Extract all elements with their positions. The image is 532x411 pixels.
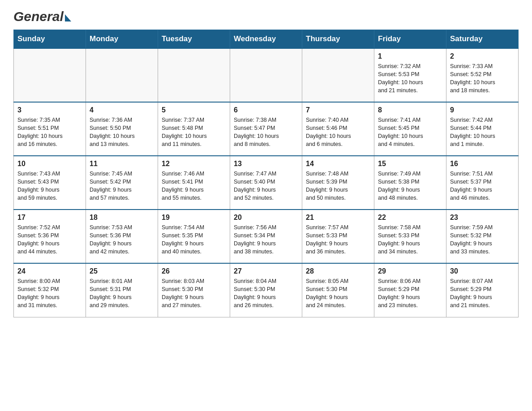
day-info: Sunrise: 7:53 AM Sunset: 5:36 PM Dayligh… xyxy=(90,223,154,256)
logo-arrow-icon xyxy=(65,14,71,21)
day-info: Sunrise: 7:48 AM Sunset: 5:39 PM Dayligh… xyxy=(306,170,370,202)
day-number: 4 xyxy=(90,106,154,114)
weekday-header-thursday: Thursday xyxy=(302,30,374,49)
calendar-cell: 6Sunrise: 7:38 AM Sunset: 5:47 PM Daylig… xyxy=(230,102,302,156)
day-info: Sunrise: 7:32 AM Sunset: 5:53 PM Dayligh… xyxy=(378,62,442,95)
calendar-cell: 7Sunrise: 7:40 AM Sunset: 5:46 PM Daylig… xyxy=(302,102,374,156)
weekday-header-wednesday: Wednesday xyxy=(230,30,302,49)
day-number: 11 xyxy=(90,160,154,168)
week-row-1: 1Sunrise: 7:32 AM Sunset: 5:53 PM Daylig… xyxy=(14,48,519,102)
day-number: 29 xyxy=(378,267,442,275)
day-number: 26 xyxy=(162,267,226,275)
day-number: 17 xyxy=(17,214,82,222)
weekday-header-sunday: Sunday xyxy=(14,30,86,49)
day-info: Sunrise: 7:46 AM Sunset: 5:41 PM Dayligh… xyxy=(162,170,226,202)
weekday-header-friday: Friday xyxy=(374,30,446,49)
day-number: 2 xyxy=(450,52,515,60)
day-number: 27 xyxy=(234,267,298,275)
calendar-cell: 14Sunrise: 7:48 AM Sunset: 5:39 PM Dayli… xyxy=(302,156,374,210)
day-number: 14 xyxy=(306,160,370,168)
weekday-header-tuesday: Tuesday xyxy=(158,30,230,49)
day-info: Sunrise: 7:51 AM Sunset: 5:37 PM Dayligh… xyxy=(450,170,515,202)
calendar-cell: 10Sunrise: 7:43 AM Sunset: 5:43 PM Dayli… xyxy=(14,156,86,210)
calendar-cell xyxy=(14,48,86,102)
day-info: Sunrise: 7:49 AM Sunset: 5:38 PM Dayligh… xyxy=(378,170,442,202)
day-number: 5 xyxy=(162,106,226,114)
day-info: Sunrise: 7:40 AM Sunset: 5:46 PM Dayligh… xyxy=(306,116,370,149)
calendar-cell: 20Sunrise: 7:56 AM Sunset: 5:34 PM Dayli… xyxy=(230,210,302,263)
calendar-cell: 29Sunrise: 8:06 AM Sunset: 5:29 PM Dayli… xyxy=(374,263,446,317)
calendar-cell: 12Sunrise: 7:46 AM Sunset: 5:41 PM Dayli… xyxy=(158,156,230,210)
day-number: 21 xyxy=(306,214,370,222)
calendar-cell xyxy=(158,48,230,102)
calendar-cell: 8Sunrise: 7:41 AM Sunset: 5:45 PM Daylig… xyxy=(374,102,446,156)
calendar-cell: 21Sunrise: 7:57 AM Sunset: 5:33 PM Dayli… xyxy=(302,210,374,263)
calendar-cell: 1Sunrise: 7:32 AM Sunset: 5:53 PM Daylig… xyxy=(374,48,446,102)
day-info: Sunrise: 8:04 AM Sunset: 5:30 PM Dayligh… xyxy=(234,277,298,310)
day-number: 22 xyxy=(378,214,442,222)
logo: G eneral xyxy=(13,9,71,21)
calendar-cell: 26Sunrise: 8:03 AM Sunset: 5:30 PM Dayli… xyxy=(158,263,230,317)
weekday-header-saturday: Saturday xyxy=(446,30,519,49)
day-info: Sunrise: 8:01 AM Sunset: 5:31 PM Dayligh… xyxy=(90,277,154,310)
calendar-cell: 28Sunrise: 8:05 AM Sunset: 5:30 PM Dayli… xyxy=(302,263,374,317)
day-info: Sunrise: 7:47 AM Sunset: 5:40 PM Dayligh… xyxy=(234,170,298,202)
calendar-cell: 15Sunrise: 7:49 AM Sunset: 5:38 PM Dayli… xyxy=(374,156,446,210)
week-row-4: 17Sunrise: 7:52 AM Sunset: 5:36 PM Dayli… xyxy=(14,210,519,263)
week-row-2: 3Sunrise: 7:35 AM Sunset: 5:51 PM Daylig… xyxy=(14,102,519,156)
day-info: Sunrise: 7:33 AM Sunset: 5:52 PM Dayligh… xyxy=(450,62,515,95)
header: G eneral xyxy=(13,9,519,21)
day-info: Sunrise: 7:54 AM Sunset: 5:35 PM Dayligh… xyxy=(162,223,226,256)
week-row-3: 10Sunrise: 7:43 AM Sunset: 5:43 PM Dayli… xyxy=(14,156,519,210)
calendar-cell: 27Sunrise: 8:04 AM Sunset: 5:30 PM Dayli… xyxy=(230,263,302,317)
day-info: Sunrise: 7:35 AM Sunset: 5:51 PM Dayligh… xyxy=(17,116,82,149)
logo-general-g: G xyxy=(13,9,24,24)
day-number: 25 xyxy=(90,267,154,275)
calendar-cell: 24Sunrise: 8:00 AM Sunset: 5:32 PM Dayli… xyxy=(14,263,86,317)
day-number: 12 xyxy=(162,160,226,168)
day-info: Sunrise: 7:59 AM Sunset: 5:32 PM Dayligh… xyxy=(450,223,515,256)
calendar-table: SundayMondayTuesdayWednesdayThursdayFrid… xyxy=(13,30,519,317)
day-info: Sunrise: 7:58 AM Sunset: 5:33 PM Dayligh… xyxy=(378,223,442,256)
day-info: Sunrise: 8:06 AM Sunset: 5:29 PM Dayligh… xyxy=(378,277,442,310)
day-number: 18 xyxy=(90,214,154,222)
calendar-cell: 17Sunrise: 7:52 AM Sunset: 5:36 PM Dayli… xyxy=(14,210,86,263)
calendar-cell: 18Sunrise: 7:53 AM Sunset: 5:36 PM Dayli… xyxy=(86,210,158,263)
calendar-header-row: SundayMondayTuesdayWednesdayThursdayFrid… xyxy=(14,30,519,49)
day-number: 8 xyxy=(378,106,442,114)
day-number: 16 xyxy=(450,160,515,168)
day-info: Sunrise: 7:38 AM Sunset: 5:47 PM Dayligh… xyxy=(234,116,298,149)
day-number: 23 xyxy=(450,214,515,222)
day-number: 10 xyxy=(17,160,82,168)
calendar-cell: 30Sunrise: 8:07 AM Sunset: 5:29 PM Dayli… xyxy=(446,263,519,317)
day-info: Sunrise: 8:00 AM Sunset: 5:32 PM Dayligh… xyxy=(17,277,82,310)
day-info: Sunrise: 7:52 AM Sunset: 5:36 PM Dayligh… xyxy=(17,223,82,256)
calendar-cell: 23Sunrise: 7:59 AM Sunset: 5:32 PM Dayli… xyxy=(446,210,519,263)
calendar-cell xyxy=(230,48,302,102)
day-info: Sunrise: 7:42 AM Sunset: 5:44 PM Dayligh… xyxy=(450,116,515,149)
day-number: 24 xyxy=(17,267,82,275)
day-number: 7 xyxy=(306,106,370,114)
day-info: Sunrise: 7:36 AM Sunset: 5:50 PM Dayligh… xyxy=(90,116,154,149)
day-info: Sunrise: 7:56 AM Sunset: 5:34 PM Dayligh… xyxy=(234,223,298,256)
day-info: Sunrise: 7:57 AM Sunset: 5:33 PM Dayligh… xyxy=(306,223,370,256)
page: G eneral SundayMondayTuesdayWednesdayThu… xyxy=(0,0,532,326)
day-number: 1 xyxy=(378,52,442,60)
day-number: 6 xyxy=(234,106,298,114)
day-number: 15 xyxy=(378,160,442,168)
calendar-cell: 4Sunrise: 7:36 AM Sunset: 5:50 PM Daylig… xyxy=(86,102,158,156)
calendar-cell: 9Sunrise: 7:42 AM Sunset: 5:44 PM Daylig… xyxy=(446,102,519,156)
day-number: 13 xyxy=(234,160,298,168)
day-info: Sunrise: 8:03 AM Sunset: 5:30 PM Dayligh… xyxy=(162,277,226,310)
day-number: 28 xyxy=(306,267,370,275)
calendar-cell: 13Sunrise: 7:47 AM Sunset: 5:40 PM Dayli… xyxy=(230,156,302,210)
day-number: 3 xyxy=(17,106,82,114)
calendar-cell: 11Sunrise: 7:45 AM Sunset: 5:42 PM Dayli… xyxy=(86,156,158,210)
calendar-cell: 16Sunrise: 7:51 AM Sunset: 5:37 PM Dayli… xyxy=(446,156,519,210)
day-number: 9 xyxy=(450,106,515,114)
calendar-cell xyxy=(302,48,374,102)
calendar-cell xyxy=(86,48,158,102)
calendar-cell: 2Sunrise: 7:33 AM Sunset: 5:52 PM Daylig… xyxy=(446,48,519,102)
calendar-cell: 5Sunrise: 7:37 AM Sunset: 5:48 PM Daylig… xyxy=(158,102,230,156)
calendar-cell: 3Sunrise: 7:35 AM Sunset: 5:51 PM Daylig… xyxy=(14,102,86,156)
